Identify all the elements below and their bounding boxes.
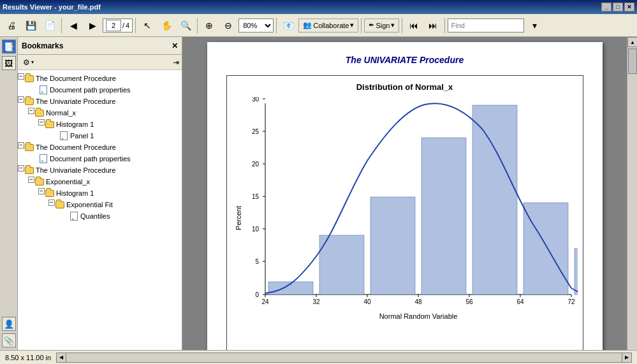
scroll-right-arrow[interactable]: ▶ (622, 353, 632, 363)
window-controls: _ □ ✕ (601, 3, 634, 11)
sidebar-expand-button[interactable]: ⇥ (173, 58, 179, 67)
sidebar-header: Bookmarks ✕ (18, 37, 182, 55)
tree-label: Normal_x (46, 108, 76, 118)
zoom-in-button[interactable]: ⊕ (200, 17, 218, 34)
page-input[interactable] (106, 20, 121, 31)
tree-item-7[interactable]: −The Document Procedure (18, 142, 182, 153)
zoom-select[interactable]: 80% 100% 150% (238, 18, 274, 33)
sidebar-options-button[interactable]: ⚙ ▾ (20, 57, 36, 68)
minimize-button[interactable]: _ (601, 3, 611, 11)
vertical-scrollbar[interactable]: ▲ (627, 37, 637, 350)
collaborate-button[interactable]: 👥 Collaborate ▾ (298, 18, 358, 33)
svg-text:Normal Random Variable: Normal Random Variable (379, 312, 457, 320)
tree-expand-icon[interactable]: − (18, 96, 24, 103)
tree-label: Document path properties (50, 85, 131, 95)
toolbar: 🖨 💾 📄 ◀ ▶ / 4 ↖ ✋ 🔍 ⊕ ⊖ 80% 100% 150% 📧 … (0, 14, 637, 37)
horizontal-scroll[interactable]: ◀ ▶ (56, 353, 632, 363)
bookmarks-icon[interactable]: 📑 (2, 40, 16, 54)
tree-item-6[interactable]: Panel 1 (18, 130, 182, 142)
save-button[interactable]: 💾 (22, 17, 40, 34)
tree-label: The Document Procedure (36, 73, 116, 84)
tree-item-8[interactable]: Document path properties (18, 153, 182, 164)
tree-item-13[interactable]: Quantiles (18, 210, 182, 222)
nav-back[interactable]: ⏮ (405, 17, 423, 34)
folder-icon (24, 142, 34, 152)
svg-rect-35 (472, 105, 517, 295)
svg-text:25: 25 (251, 128, 259, 135)
attachment-icon[interactable]: 📎 (2, 333, 16, 347)
tree-label: Exponential_x (46, 177, 90, 187)
maximize-button[interactable]: □ (613, 3, 623, 11)
email-button[interactable]: 📧 (279, 17, 297, 34)
scroll-left-arrow[interactable]: ◀ (56, 353, 66, 363)
sep5 (361, 18, 362, 33)
svg-text:5: 5 (255, 258, 259, 265)
scroll-thumb[interactable] (628, 48, 637, 74)
sign-arrow: ▾ (391, 21, 395, 29)
svg-text:72: 72 (567, 298, 575, 305)
sep1 (61, 18, 62, 33)
sep7 (444, 18, 445, 33)
svg-text:48: 48 (414, 298, 422, 305)
zoom-out-button[interactable]: ⊖ (219, 17, 237, 34)
forward-button[interactable]: ▶ (84, 17, 101, 34)
tree-item-1[interactable]: −The Document Procedure (18, 73, 182, 84)
collaborate-arrow: ▾ (350, 21, 354, 29)
tree-expand-icon[interactable]: − (28, 108, 34, 114)
tree-expand-icon[interactable]: − (38, 119, 45, 126)
title-bar: Results Viewer - your_file.pdf _ □ ✕ (0, 0, 637, 14)
gear-arrow: ▾ (31, 59, 34, 65)
tree-expand-icon[interactable]: − (28, 177, 34, 183)
tree-expand-icon[interactable]: − (18, 73, 24, 80)
find-arrow[interactable]: ▾ (525, 17, 543, 34)
svg-text:10: 10 (251, 226, 259, 233)
scroll-up-arrow[interactable]: ▲ (627, 37, 637, 47)
folder-icon (55, 200, 65, 210)
magnify-tool[interactable]: 🔍 (177, 17, 194, 34)
pages-button[interactable]: 📄 (41, 17, 59, 34)
sign-button[interactable]: ✒ Sign ▾ (364, 18, 399, 33)
folder-icon (24, 165, 34, 175)
find-people-icon[interactable]: 👤 (2, 317, 16, 331)
sign-label: Sign (376, 22, 390, 29)
svg-text:30: 30 (251, 97, 259, 103)
selection-tool[interactable]: ↖ (138, 17, 156, 34)
hand-tool[interactable]: ✋ (157, 17, 175, 34)
expand-icon: ⇥ (173, 58, 179, 67)
tree-item-5[interactable]: −Histogram 1 (18, 119, 182, 130)
page-nav: / 4 (103, 18, 133, 33)
pdf-content: The UNIVARIATE Procedure Distribution of… (182, 37, 627, 350)
sidebar-close-icon[interactable]: ✕ (172, 41, 178, 50)
scroll-h-track[interactable] (66, 353, 622, 363)
tree-item-2[interactable]: Document path properties (18, 84, 182, 96)
nav-forward[interactable]: ⏭ (424, 17, 442, 34)
find-input[interactable] (448, 18, 524, 33)
print-button[interactable]: 🖨 (3, 17, 20, 34)
folder-icon (45, 119, 55, 129)
tree-expand-icon[interactable]: − (18, 165, 24, 171)
svg-text:0: 0 (255, 291, 259, 298)
tree-item-12[interactable]: −Exponential Fit (18, 199, 182, 210)
doc-icon (38, 154, 48, 164)
page-separator: / (122, 22, 124, 29)
tree-expand-icon[interactable]: − (18, 142, 24, 149)
close-button[interactable]: ✕ (624, 3, 634, 11)
tree-item-10[interactable]: −Exponential_x (18, 176, 182, 187)
page-icon (59, 131, 69, 141)
app-title: Results Viewer - your_file.pdf (3, 3, 101, 11)
svg-text:56: 56 (465, 298, 473, 305)
thumbnails-icon[interactable]: 🖼 (2, 56, 16, 70)
svg-text:32: 32 (312, 298, 320, 305)
tree-label: Panel 1 (70, 131, 94, 141)
tree-expand-icon[interactable]: − (38, 188, 45, 194)
tree-item-11[interactable]: −Histogram 1 (18, 187, 182, 199)
back-button[interactable]: ◀ (64, 17, 82, 34)
collaborate-label: Collaborate (313, 22, 349, 29)
svg-text:20: 20 (251, 161, 259, 168)
svg-text:15: 15 (251, 193, 259, 200)
tree-expand-icon[interactable]: − (48, 200, 55, 206)
tree-item-4[interactable]: −Normal_x (18, 107, 182, 119)
chart-svg: Percent 0 5 10 15 (233, 97, 578, 339)
chart-title: Distribution of Normal_x (233, 82, 576, 92)
status-bar: 8.50 x 11.00 in ◀ ▶ (0, 350, 637, 364)
